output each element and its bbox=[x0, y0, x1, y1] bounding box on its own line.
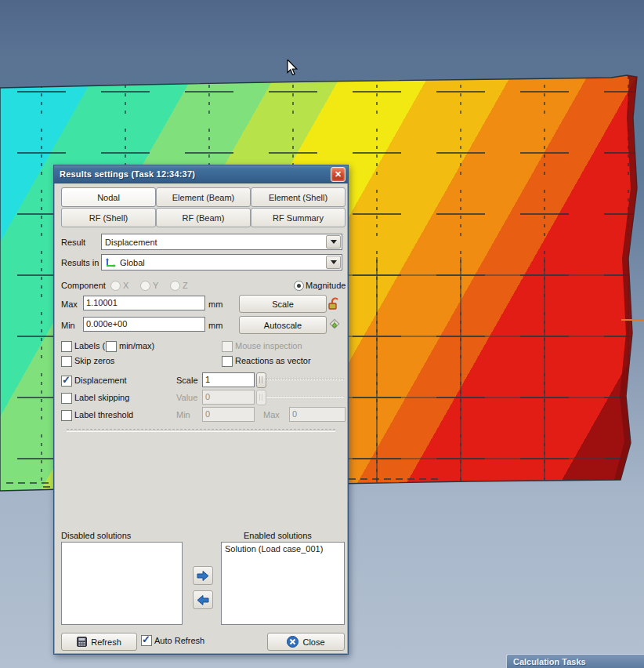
min-unit: mm bbox=[208, 321, 223, 330]
dialog-title: Results settings (Task 12:34:37) bbox=[54, 169, 195, 179]
calculation-tasks-panel[interactable]: Calculation Tasks bbox=[506, 654, 644, 668]
component-y-label: Y bbox=[153, 281, 158, 290]
threshold-max-label: Max bbox=[263, 410, 280, 419]
labels-label: Labels ( bbox=[74, 341, 105, 350]
slider-thumb bbox=[256, 390, 266, 405]
value-slider bbox=[256, 390, 344, 404]
label-skipping-label: Label skipping bbox=[74, 393, 129, 402]
threshold-min-label: Min bbox=[176, 410, 190, 419]
close-circle-icon bbox=[287, 636, 298, 648]
mouse-inspection-checkbox bbox=[222, 341, 233, 352]
component-x-label: X bbox=[123, 281, 128, 290]
dialog-titlebar[interactable]: Results settings (Task 12:34:37) ✕ bbox=[54, 165, 348, 183]
enabled-solutions-label: Enabled solutions bbox=[244, 531, 312, 540]
calculation-tasks-title: Calculation Tasks bbox=[507, 655, 644, 668]
slider-track[interactable] bbox=[266, 379, 344, 380]
application-window: Results settings (Task 12:34:37) ✕ Nodal… bbox=[0, 0, 644, 668]
calculator-icon bbox=[77, 637, 87, 647]
tab-label: Element (Shell) bbox=[269, 193, 327, 202]
result-combobox[interactable]: Displacement bbox=[101, 234, 342, 250]
tab-label: RF Summary bbox=[273, 213, 324, 223]
close-button[interactable]: Close bbox=[267, 633, 345, 651]
arrow-left-icon bbox=[196, 594, 210, 606]
disable-solution-button[interactable] bbox=[193, 590, 213, 609]
refresh-button[interactable]: Refresh bbox=[61, 633, 137, 651]
autoscale-button-label: Autoscale bbox=[264, 321, 302, 330]
disabled-solutions-list[interactable] bbox=[61, 542, 183, 625]
label-skipping-checkbox[interactable] bbox=[61, 393, 72, 404]
component-label: Component bbox=[61, 281, 106, 290]
auto-refresh-label: Auto Refresh bbox=[154, 636, 204, 645]
results-in-text: Global bbox=[120, 258, 145, 267]
autoscale-button[interactable]: Autoscale bbox=[239, 316, 327, 334]
mouse-cursor-icon bbox=[287, 60, 299, 77]
autoscale-marker-icon[interactable] bbox=[328, 318, 341, 330]
scale-row-label: Scale bbox=[176, 376, 198, 385]
label-threshold-label: Label threshold bbox=[74, 410, 133, 419]
skip-zeros-label: Skip zeros bbox=[74, 356, 114, 365]
close-button-label: Close bbox=[302, 637, 324, 647]
minmax-label: min/max) bbox=[119, 341, 154, 350]
close-icon[interactable]: ✕ bbox=[331, 167, 346, 182]
tab-rf-summary[interactable]: RF Summary bbox=[251, 208, 346, 227]
disabled-solutions-label: Disabled solutions bbox=[61, 531, 131, 540]
tab-element-shell[interactable]: Element (Shell) bbox=[251, 187, 346, 207]
enable-solution-button[interactable] bbox=[193, 566, 213, 585]
label-threshold-checkbox[interactable] bbox=[61, 410, 72, 421]
results-in-value: Global bbox=[102, 257, 326, 267]
global-axes-icon bbox=[105, 257, 117, 267]
scale-button[interactable]: Scale bbox=[239, 295, 327, 313]
threshold-max-input: 0 bbox=[289, 407, 346, 422]
refresh-button-label: Refresh bbox=[91, 637, 121, 647]
tab-rf-shell[interactable]: RF (Shell) bbox=[61, 208, 156, 227]
max-label: Max bbox=[61, 300, 78, 309]
displacement-checkbox[interactable] bbox=[61, 376, 72, 387]
results-in-label: Results in bbox=[61, 258, 99, 267]
results-settings-dialog: Results settings (Task 12:34:37) ✕ Nodal… bbox=[53, 165, 349, 655]
mesh-grid bbox=[343, 257, 639, 486]
tab-rf-beam[interactable]: RF (Beam) bbox=[156, 208, 251, 227]
threshold-min-input: 0 bbox=[202, 407, 255, 422]
unlock-icon[interactable] bbox=[327, 296, 341, 310]
labels-checkbox[interactable] bbox=[61, 341, 72, 352]
result-value: Displacement bbox=[102, 238, 326, 247]
slider-thumb[interactable] bbox=[256, 372, 266, 388]
tab-nodal[interactable]: Nodal bbox=[61, 187, 156, 207]
scale-slider[interactable] bbox=[256, 372, 344, 387]
result-label: Result bbox=[61, 238, 85, 247]
tab-label: RF (Shell) bbox=[89, 213, 128, 223]
value-row-label: Value bbox=[176, 393, 197, 402]
radio-magnitude[interactable] bbox=[294, 281, 304, 291]
min-label: Min bbox=[61, 321, 75, 330]
chevron-down-icon[interactable] bbox=[326, 235, 341, 249]
mouse-inspection-label: Mouse inspection bbox=[235, 341, 302, 350]
value-input: 0 bbox=[202, 390, 255, 405]
slider-track bbox=[266, 396, 344, 398]
radio-component-y bbox=[140, 281, 150, 291]
scale-button-label: Scale bbox=[272, 300, 294, 309]
min-input[interactable]: 0.000e+00 bbox=[83, 317, 205, 332]
magnitude-label: Magnitude bbox=[306, 281, 346, 290]
tab-label: RF (Beam) bbox=[183, 213, 225, 223]
radio-component-x bbox=[110, 281, 121, 291]
scale-input[interactable]: 1 bbox=[202, 372, 255, 387]
component-z-label: Z bbox=[183, 281, 188, 290]
reactions-vector-label: Reactions as vector bbox=[235, 356, 311, 365]
displacement-label: Displacement bbox=[74, 376, 127, 385]
tab-element-beam[interactable]: Element (Beam) bbox=[156, 187, 251, 207]
list-item[interactable]: Solution (Load case_001) bbox=[222, 543, 344, 555]
auto-refresh-checkbox[interactable] bbox=[141, 635, 152, 646]
tab-label: Nodal bbox=[97, 193, 120, 202]
separator bbox=[67, 429, 335, 432]
max-input[interactable]: 1.10001 bbox=[83, 296, 205, 310]
chevron-down-icon[interactable] bbox=[326, 256, 341, 269]
reactions-vector-checkbox[interactable] bbox=[222, 356, 233, 367]
results-in-combobox[interactable]: Global bbox=[101, 254, 342, 270]
enabled-solutions-list[interactable]: Solution (Load case_001) bbox=[221, 542, 345, 625]
arrow-right-icon bbox=[196, 570, 210, 582]
skip-zeros-checkbox[interactable] bbox=[61, 356, 72, 367]
tab-label: Element (Beam) bbox=[172, 193, 234, 202]
max-unit: mm bbox=[208, 300, 223, 309]
radio-component-z bbox=[170, 281, 180, 291]
minmax-checkbox[interactable] bbox=[106, 341, 117, 352]
